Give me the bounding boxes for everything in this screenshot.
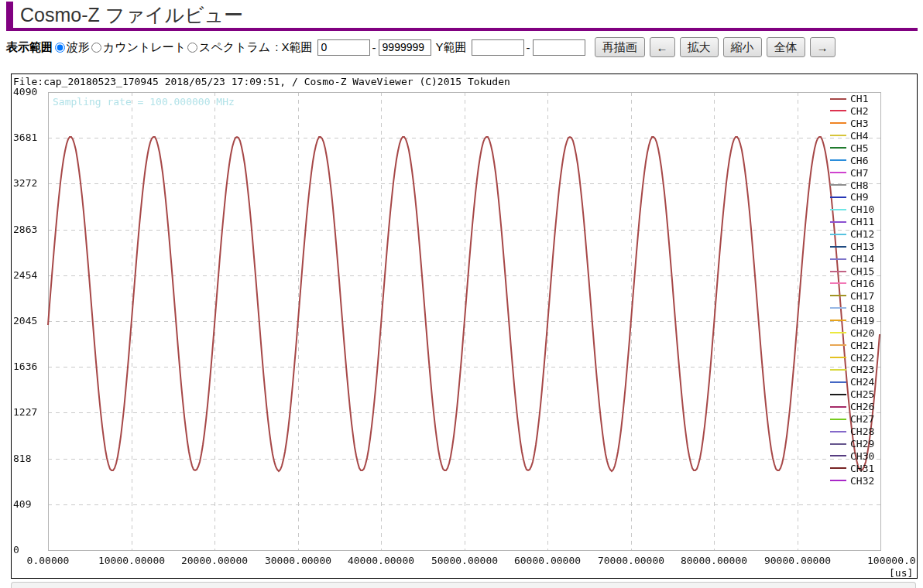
y-axis-tick-label: 1227 [13,406,37,419]
legend-item-ch14: CH14 [830,253,874,265]
legend-channel-label: CH32 [850,475,874,487]
yrange-separator: - [527,41,530,54]
radio-countrate[interactable]: カウントレート [91,40,186,55]
legend-item-ch32: CH32 [830,474,874,487]
legend-color-swatch [830,271,846,272]
legend-color-swatch [830,172,846,173]
legend-color-swatch [830,467,846,469]
legend-channel-label: CH15 [850,265,874,277]
y-axis-tick-label: 2863 [13,224,37,236]
legend-item-ch31: CH31 [830,462,874,474]
legend-item-ch29: CH29 [830,438,874,450]
bottom-panel-edge [11,582,916,588]
radio-waveform[interactable]: 波形 [55,40,90,55]
radio-waveform-input[interactable] [55,43,65,53]
zoom-in-button[interactable]: 拡大 [680,37,719,57]
title-accent-bar [6,2,13,30]
legend-channel-label: CH29 [850,438,874,450]
legend-color-swatch [830,197,846,198]
waveform-chart-frame: File:cap_20180523_170945 2018/05/23 17:0… [11,74,918,579]
legend-channel-label: CH10 [850,203,874,215]
legend-color-swatch [830,431,846,432]
legend-item-ch9: CH9 [830,191,868,203]
xrange-min-input[interactable] [317,39,370,56]
zoom-out-button[interactable]: 縮小 [723,37,762,57]
redraw-button[interactable]: 再描画 [595,37,645,57]
legend-color-swatch [830,443,846,445]
sampling-rate-annotation: Sampling rate = 100.000000 MHz [53,96,235,108]
y-axis-tick-label: 2454 [13,269,37,282]
legend-color-swatch [830,369,846,371]
yrange-max-input[interactable] [533,39,585,56]
legend-color-swatch [830,394,846,395]
legend-item-ch7: CH7 [830,166,868,179]
xrange-label: : X範囲 [275,40,312,55]
legend-item-ch20: CH20 [830,326,874,339]
y-axis-tick-label: 409 [13,498,31,511]
legend-item-ch8: CH8 [830,179,868,191]
yrange-label: Y範囲 [436,40,467,55]
page-title: Cosmo-Z ファイルビュー [13,2,243,30]
legend-color-swatch [830,234,846,235]
legend-color-swatch [830,406,846,408]
legend-channel-label: CH3 [850,118,868,129]
legend-item-ch18: CH18 [830,302,874,314]
legend-color-swatch [830,320,846,321]
radio-countrate-input[interactable] [91,43,101,53]
legend-item-ch25: CH25 [830,388,874,401]
legend-channel-label: CH21 [850,340,874,351]
scroll-right-button[interactable]: → [810,37,836,57]
y-axis-tick-label: 818 [13,453,31,465]
yrange-min-input[interactable] [472,39,524,56]
title-bar: Cosmo-Z ファイルビュー [6,2,243,30]
radio-spectrum[interactable]: スペクトラム [187,40,270,55]
legend-item-ch1: CH1 [830,93,868,105]
legend-channel-label: CH7 [850,167,868,179]
legend-color-swatch [830,221,846,223]
legend-item-ch4: CH4 [830,129,868,142]
x-axis-tick-label: 40000.00000 [348,555,414,566]
legend-channel-label: CH19 [850,315,874,326]
legend-color-swatch [830,344,846,346]
x-axis-tick-label: 90000.00000 [764,555,831,566]
legend-channel-label: CH31 [850,463,874,474]
legend-channel-label: CH8 [850,179,868,191]
xrange-max-input[interactable] [379,39,431,56]
legend-channel-label: CH23 [850,364,874,375]
legend-color-swatch [830,135,846,136]
legend-color-swatch [830,357,846,358]
legend-color-swatch [830,209,846,210]
legend-item-ch5: CH5 [830,142,868,154]
legend-item-ch15: CH15 [830,265,874,278]
legend-item-ch16: CH16 [830,277,874,289]
legend-item-ch23: CH23 [830,364,874,376]
legend-item-ch27: CH27 [830,413,874,426]
legend-channel-label: CH16 [850,278,874,289]
legend-channel-label: CH2 [850,105,868,117]
legend-color-swatch [830,332,846,333]
legend-color-swatch [830,295,846,296]
y-axis-tick-label: 1636 [13,361,37,373]
legend-channel-label: CH11 [850,216,874,227]
legend-color-swatch [830,282,846,284]
x-axis-tick-label: 10000.00000 [98,555,165,566]
legend-item-ch22: CH22 [830,351,874,364]
legend-channel-label: CH27 [850,413,874,425]
legend-item-ch13: CH13 [830,241,874,253]
radio-spectrum-label: スペクトラム [199,40,270,55]
full-view-button[interactable]: 全体 [767,37,805,57]
radio-spectrum-input[interactable] [187,43,197,53]
legend-item-ch3: CH3 [830,117,868,129]
y-axis-tick-label: 2045 [13,315,37,327]
x-axis-tick-label: 80000.00000 [681,555,747,566]
legend-channel-label: CH25 [850,388,874,400]
x-axis-unit-label: [us] [889,567,913,579]
legend-channel-label: CH4 [850,130,868,142]
legend-channel-label: CH5 [850,142,868,154]
waveform-plot-canvas [12,74,917,578]
scroll-left-button[interactable]: ← [650,37,675,57]
legend-item-ch30: CH30 [830,450,874,462]
y-axis-tick-label: 3272 [13,177,37,190]
legend-color-swatch [830,258,846,260]
legend-color-swatch [830,122,846,124]
